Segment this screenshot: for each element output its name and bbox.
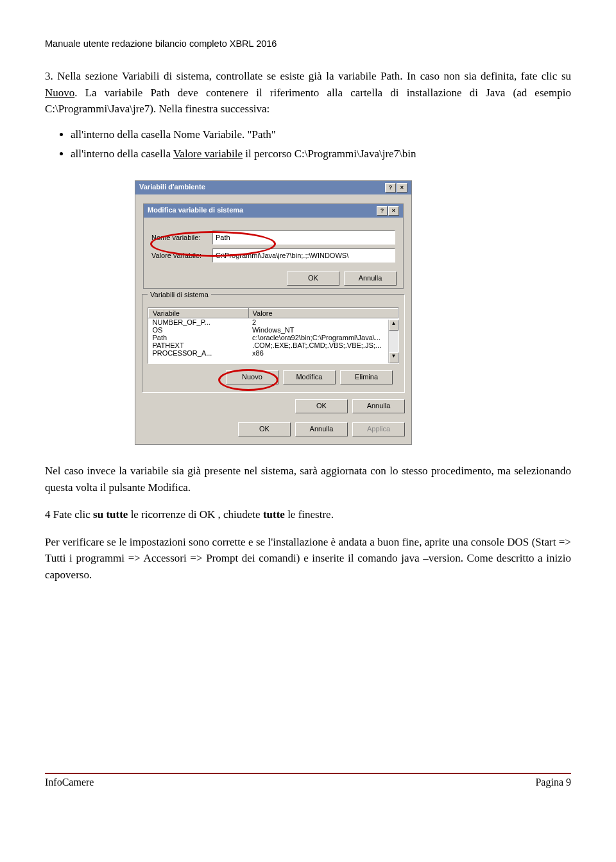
ok-button-props[interactable]: OK <box>238 422 291 436</box>
modifica-button[interactable]: Modifica <box>283 370 336 384</box>
scrollbar[interactable]: ▲ ▼ <box>388 320 398 363</box>
system-vars-listbox[interactable]: Variabile Valore NUMBER_OF_P...2 OSWindo… <box>148 307 399 364</box>
outer-dialog-title: Variabili d'ambiente <box>139 183 205 193</box>
annulla-button-outer[interactable]: Annulla <box>352 399 405 413</box>
annulla-button[interactable]: Annulla <box>344 272 397 286</box>
col-valore: Valore <box>248 309 398 318</box>
p1-text-a: 3. Nella sezione Variabili di sistema, c… <box>45 70 571 82</box>
fieldset-title: Variabili di sistema <box>148 291 211 298</box>
scroll-up-icon[interactable]: ▲ <box>389 320 398 331</box>
label-valore-variabile: Valore variabile: <box>151 252 212 259</box>
cell-var: PROCESSOR_A... <box>149 349 249 357</box>
nuovo-button[interactable]: Nuovo <box>226 370 278 384</box>
doc-header: Manuale utente redazione bilancio comple… <box>45 39 571 49</box>
page-footer: InfoCamere Pagina 9 <box>45 773 571 788</box>
paragraph-4: Per verificare se le impostazioni sono c… <box>45 534 571 583</box>
table-row[interactable]: NUMBER_OF_P...2 <box>149 318 398 327</box>
cell-var: Path <box>149 334 249 341</box>
inner-dialog-titlebar: Modifica variabile di sistema ?× <box>144 204 403 218</box>
outer-sysbuttons: ?× <box>384 183 407 193</box>
fieldset-variabili-sistema: Variabili di sistema Variabile Valore NU… <box>142 294 405 393</box>
label-nome-variabile: Nome variabile: <box>151 234 212 241</box>
footer-right: Pagina 9 <box>535 777 571 788</box>
table-row[interactable]: OSWindows_NT <box>149 326 398 334</box>
inner-dialog-title: Modifica variabile di sistema <box>148 206 243 216</box>
cell-val: .COM;.EXE;.BAT;.CMD;.VBS;.VBE;.JS;... <box>248 341 398 349</box>
ok-button-outer[interactable]: OK <box>295 399 348 413</box>
p3-bold1: su tutte <box>93 508 128 521</box>
inner-dialog: Modifica variabile di sistema ?× Nome va… <box>143 203 404 289</box>
cell-val: 2 <box>248 318 398 327</box>
p3-c: le finestre. <box>285 508 334 521</box>
scroll-down-icon[interactable]: ▼ <box>389 352 398 363</box>
paragraph-1: 3. Nella sezione Variabili di sistema, c… <box>45 68 571 117</box>
bullet-1: all'interno della casella Nome Variabile… <box>71 126 571 143</box>
cell-val: c:\oracle\ora92\bin;C:\Programmi\Java\..… <box>248 334 398 341</box>
footer-left: InfoCamere <box>45 777 94 788</box>
input-nome-variabile[interactable] <box>212 230 395 245</box>
table-row[interactable]: Pathc:\oracle\ora92\bin;C:\Programmi\Jav… <box>149 334 398 341</box>
paragraph-2: Nel caso invece la variabile sia già pre… <box>45 463 571 496</box>
paragraph-3: 4 Fate clic su tutte le ricorrenze di OK… <box>45 506 571 523</box>
elimina-button[interactable]: Elimina <box>340 370 393 384</box>
table-row[interactable]: PROCESSOR_A...x86 <box>149 349 398 357</box>
cell-var: PATHEXT <box>149 341 249 349</box>
link-nuovo: Nuovo <box>45 87 74 99</box>
cell-var: NUMBER_OF_P... <box>149 318 249 327</box>
bullet-list: all'interno della casella Nome Variabile… <box>45 126 571 163</box>
embedded-screenshot: Variabili d'ambiente ?× Modifica variabi… <box>135 180 412 445</box>
help-icon[interactable]: ? <box>377 206 388 216</box>
help-icon[interactable]: ? <box>385 183 396 193</box>
p3-bold2: tutte <box>263 508 285 521</box>
p1-text-b: . La variabile Path deve contenere il ri… <box>45 87 571 116</box>
b2-a: all'interno della casella <box>71 148 173 160</box>
cell-var: OS <box>149 326 249 334</box>
input-valore-variabile[interactable] <box>212 248 395 263</box>
cell-val: x86 <box>248 349 398 357</box>
inner-sysbuttons: ?× <box>376 206 399 216</box>
p3-b: le ricorrenze di OK , chiudete <box>128 508 263 521</box>
close-icon[interactable]: × <box>388 206 399 216</box>
annulla-button-props[interactable]: Annulla <box>295 422 348 436</box>
b2-b: il percorso C:\Programmi\Java\jre7\bin <box>243 148 416 160</box>
table-row[interactable]: PATHEXT.COM;.EXE;.BAT;.CMD;.VBS;.VBE;.JS… <box>149 341 398 349</box>
bullet-2: all'interno della casella Valore variabi… <box>71 146 571 162</box>
applica-button: Applica <box>352 422 405 436</box>
close-icon[interactable]: × <box>397 183 407 193</box>
outer-dialog-titlebar: Variabili d'ambiente ?× <box>135 181 411 194</box>
col-variabile: Variabile <box>149 309 249 318</box>
p3-a: 4 Fate clic <box>45 508 93 521</box>
cell-val: Windows_NT <box>248 326 398 334</box>
ok-button[interactable]: OK <box>287 272 339 286</box>
b2-underline: Valore variabile <box>173 148 243 160</box>
